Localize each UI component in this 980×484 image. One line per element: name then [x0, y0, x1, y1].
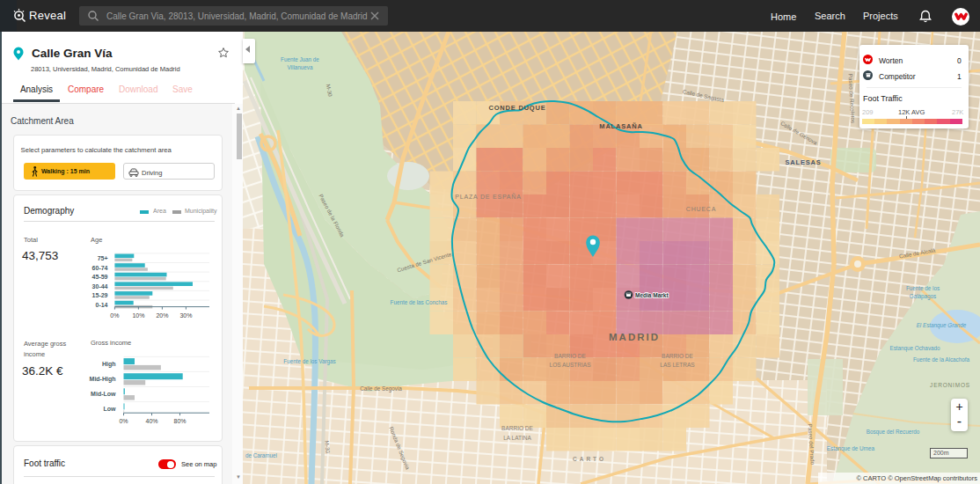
svg-text:El Estanque Grande: El Estanque Grande — [917, 322, 967, 329]
svg-text:LA LATINA: LA LATINA — [503, 435, 531, 441]
svg-text:Low: Low — [104, 406, 117, 412]
svg-text:0%: 0% — [119, 418, 128, 424]
svg-text:Estanque Ochavado: Estanque Ochavado — [889, 345, 940, 352]
svg-text:MADRID: MADRID — [609, 332, 660, 342]
svg-text:CARTO: CARTO — [573, 456, 606, 462]
svg-text:Calle de Segovia: Calle de Segovia — [360, 385, 402, 392]
svg-text:Estanque de Urnea: Estanque de Urnea — [827, 445, 875, 452]
svg-text:Fuente de los Vargas: Fuente de los Vargas — [283, 358, 335, 365]
svg-text:Media Markt: Media Markt — [635, 292, 669, 298]
svg-text:40%: 40% — [145, 418, 157, 424]
svg-text:PLAZA DE ESPAÑA: PLAZA DE ESPAÑA — [455, 193, 521, 200]
svg-text:High: High — [102, 361, 116, 368]
svg-text:BARRIO DE: BARRIO DE — [554, 353, 586, 359]
svg-text:Bosque del Recuerdo: Bosque del Recuerdo — [867, 429, 920, 436]
svg-text:Fuente de la Alcachofa: Fuente de la Alcachofa — [913, 356, 970, 363]
svg-text:CONDE DUQUE: CONDE DUQUE — [488, 104, 545, 112]
svg-text:Villanueva: Villanueva — [288, 64, 313, 70]
svg-text:BARRIO DE: BARRIO DE — [501, 425, 533, 431]
svg-text:Mid-Low: Mid-Low — [91, 391, 116, 397]
svg-text:de Caramuel: de Caramuel — [245, 452, 277, 458]
svg-text:BARRIO DE: BARRIO DE — [662, 353, 693, 359]
svg-text:80%: 80% — [173, 418, 186, 424]
svg-text:Fuente de los: Fuente de los — [906, 285, 940, 291]
svg-text:Fuente de las Conchas: Fuente de las Conchas — [391, 299, 448, 305]
svg-text:Mid-High: Mid-High — [90, 376, 116, 383]
svg-text:SALESAS: SALESAS — [785, 158, 821, 166]
svg-text:M-30: M-30 — [324, 440, 331, 453]
svg-text:JERONIMOS: JERONIMOS — [930, 382, 970, 388]
svg-text:MALASAÑA: MALASAÑA — [599, 122, 642, 130]
svg-text:Fuente Juan de: Fuente Juan de — [281, 56, 319, 62]
svg-text:LOS AUSTRIAS: LOS AUSTRIAS — [550, 362, 592, 368]
svg-text:CHUECA: CHUECA — [686, 206, 716, 212]
svg-text:Galápagos: Galápagos — [910, 293, 936, 300]
svg-text:LAS LETRAS: LAS LETRAS — [660, 362, 695, 368]
